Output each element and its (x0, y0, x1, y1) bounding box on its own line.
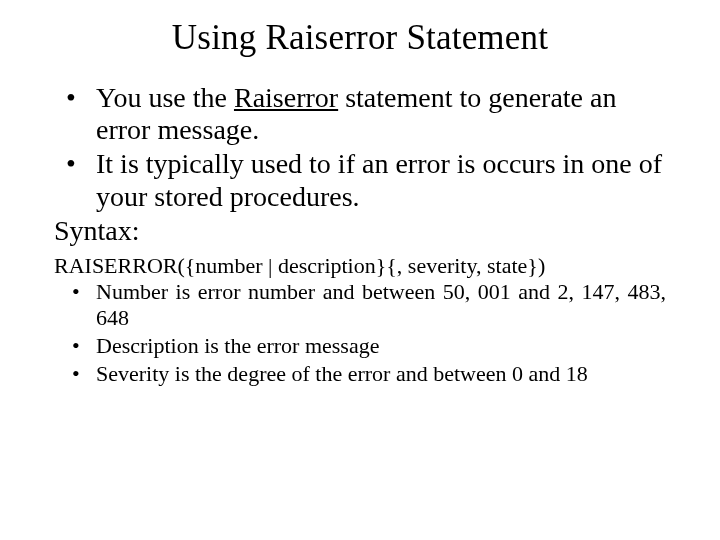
bullet-raiserror-intro: You use the Raiserror statement to gener… (96, 82, 666, 146)
sub-bullet-number: Number is error number and between 50, 0… (96, 279, 666, 331)
slide-title: Using Raiserror Statement (54, 18, 666, 58)
sub-bullet-severity: Severity is the degree of the error and … (96, 361, 666, 387)
main-bullet-list: You use the Raiserror statement to gener… (54, 82, 666, 213)
syntax-label: Syntax: (54, 215, 666, 247)
sub-bullet-description: Description is the error message (96, 333, 666, 359)
sub-bullet-list: Number is error number and between 50, 0… (54, 279, 666, 387)
bullet-text-pre: You use the (96, 82, 234, 113)
bullet-typical-use: It is typically used to if an error is o… (96, 148, 666, 212)
slide: Using Raiserror Statement You use the Ra… (0, 0, 720, 540)
keyword-raiserror: Raiserror (234, 82, 338, 113)
syntax-signature: RAISERROR({number | description}{, sever… (54, 253, 666, 279)
